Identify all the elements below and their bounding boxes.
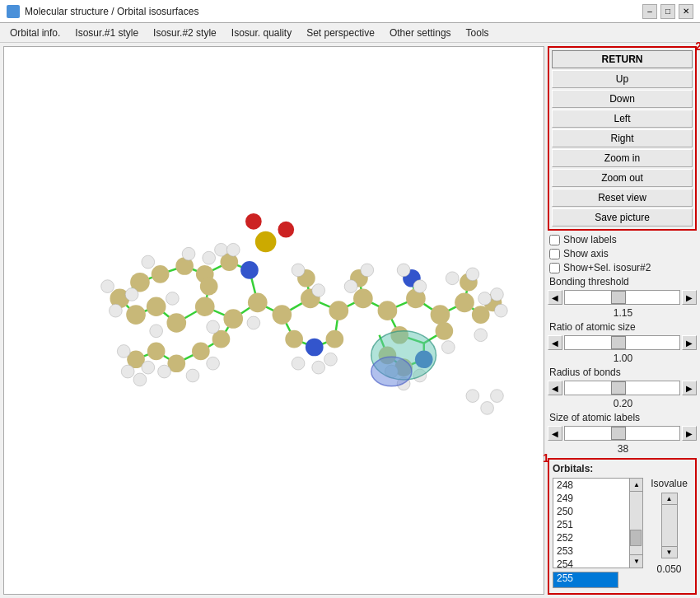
svg-point-87 [200, 278, 218, 296]
show-labels-label: Show labels [563, 234, 617, 245]
svg-point-81 [436, 322, 454, 340]
menu-isosur-quality[interactable]: Isosur. quality [225, 26, 298, 40]
right-button[interactable]: Right [552, 129, 693, 147]
ratio-atomic-size-track[interactable] [564, 335, 680, 350]
selected-orbital-display[interactable]: 255 [553, 572, 618, 588]
menu-other-settings[interactable]: Other settings [383, 26, 458, 40]
bonding-threshold-inc[interactable]: ▶ [682, 290, 697, 305]
maximize-button[interactable]: □ [660, 4, 675, 19]
svg-point-119 [441, 341, 455, 354]
orbital-scroll-down[interactable]: ▼ [630, 554, 643, 568]
orbital-scroll-track[interactable] [630, 492, 642, 554]
svg-point-103 [186, 369, 199, 382]
svg-point-56 [248, 293, 268, 313]
ratio-atomic-size-value: 1.00 [548, 353, 697, 364]
bonding-threshold-dec[interactable]: ◀ [548, 290, 562, 305]
show-labels-checkbox[interactable] [549, 235, 560, 245]
left-button[interactable]: Left [552, 110, 693, 128]
show-labels-row: Show labels [548, 234, 697, 245]
size-atomic-labels-inc[interactable]: ▶ [682, 426, 697, 441]
svg-point-98 [182, 247, 195, 260]
menu-tools[interactable]: Tools [460, 26, 496, 40]
svg-point-107 [117, 345, 130, 358]
bonding-threshold-value: 1.15 [548, 307, 697, 319]
svg-point-76 [147, 343, 166, 361]
svg-point-129 [481, 402, 494, 415]
app-icon [7, 5, 20, 18]
close-button[interactable]: ✕ [679, 4, 693, 19]
radius-bonds-value: 0.20 [548, 398, 697, 409]
save-picture-button[interactable]: Save picture [552, 208, 693, 227]
menu-isosur1-style[interactable]: Isosur.#1 style [68, 26, 145, 40]
size-atomic-labels-value: 38 [548, 443, 697, 455]
svg-point-61 [378, 301, 398, 320]
bonding-threshold-track[interactable] [564, 290, 680, 305]
svg-point-90 [166, 292, 179, 306]
svg-point-63 [431, 305, 450, 325]
radius-bonds-inc[interactable]: ▶ [682, 381, 697, 395]
show-axis-row: Show axis [548, 248, 697, 259]
zoom-out-button[interactable]: Zoom out [552, 169, 693, 187]
orbital-scroll-thumb[interactable] [630, 530, 642, 546]
size-atomic-labels-track[interactable] [564, 426, 680, 441]
svg-point-79 [326, 330, 344, 348]
zoom-in-button[interactable]: Zoom in [552, 149, 693, 167]
svg-point-115 [413, 280, 427, 293]
svg-point-128 [466, 390, 479, 403]
main-layout: 2 RETURN Up Down Left Right Zoom in Zoom… [0, 43, 700, 598]
radius-bonds-dec[interactable]: ◀ [548, 381, 562, 395]
molecule-svg [4, 47, 544, 594]
svg-point-114 [397, 264, 410, 277]
size-atomic-labels-label: Size of atomic labels [548, 412, 697, 423]
right-panel: 2 RETURN Up Down Left Right Zoom in Zoom… [548, 43, 700, 598]
nav-box-label: 2 [695, 40, 700, 53]
size-atomic-labels-slider: ◀ ▶ [548, 426, 697, 441]
svg-point-66 [126, 305, 146, 325]
svg-point-123 [494, 304, 507, 317]
show-axis-checkbox[interactable] [549, 249, 560, 259]
svg-point-47 [306, 339, 324, 357]
molecular-view [3, 46, 544, 595]
show-sel-isosur-checkbox[interactable] [549, 263, 560, 273]
svg-point-93 [247, 316, 260, 329]
isovalue-track[interactable] [662, 505, 677, 546]
orbitals-scrollbar[interactable]: ▲ ▼ [629, 479, 642, 568]
menu-orbital-info[interactable]: Orbital info. [3, 26, 67, 40]
up-button[interactable]: Up [552, 70, 693, 88]
svg-point-126 [292, 264, 305, 277]
isovalue-scrollbar[interactable]: ▲ ▼ [661, 493, 678, 558]
svg-point-125 [478, 292, 492, 306]
svg-point-101 [226, 243, 240, 256]
svg-point-122 [474, 329, 488, 342]
svg-point-106 [121, 365, 134, 378]
ratio-atomic-size-inc[interactable]: ▶ [682, 335, 697, 350]
orbitals-list[interactable]: 248 249 250 251 252 253 254 255 ▲ [553, 478, 643, 568]
radius-bonds-track[interactable] [564, 381, 680, 395]
reset-view-button[interactable]: Reset view [552, 189, 693, 207]
svg-point-46 [240, 261, 259, 279]
show-axis-label: Show axis [563, 248, 609, 259]
minimize-button[interactable]: – [642, 4, 657, 19]
svg-point-99 [203, 251, 216, 264]
svg-point-105 [142, 361, 155, 374]
down-button[interactable]: Down [552, 90, 693, 108]
svg-point-108 [133, 373, 147, 386]
nav-box: 2 RETURN Up Down Left Right Zoom in Zoom… [548, 46, 697, 231]
window-title: Molecular structure / Orbital isosurface… [25, 6, 198, 17]
ratio-atomic-size-dec[interactable]: ◀ [548, 335, 562, 350]
isovalue-inc[interactable]: ▲ [662, 493, 677, 505]
menu-set-perspective[interactable]: Set perspective [300, 26, 381, 40]
radius-bonds-label: Radius of bonds [548, 367, 697, 378]
svg-point-55 [223, 309, 243, 329]
svg-point-92 [207, 320, 220, 334]
svg-point-50 [255, 231, 277, 253]
svg-point-54 [195, 297, 215, 316]
svg-point-53 [166, 313, 186, 333]
size-atomic-labels-dec[interactable]: ◀ [548, 426, 562, 441]
orbitals-box: 1 Orbitals: 248 249 250 251 252 253 254 [548, 458, 697, 595]
isovalue-section: Isovalue ▲ ▼ 0.050 [646, 478, 692, 588]
menu-isosur2-style[interactable]: Isosur.#2 style [147, 26, 223, 40]
isovalue-dec[interactable]: ▼ [662, 546, 677, 558]
return-button[interactable]: RETURN [552, 50, 693, 68]
orbital-scroll-up[interactable]: ▲ [630, 479, 643, 492]
